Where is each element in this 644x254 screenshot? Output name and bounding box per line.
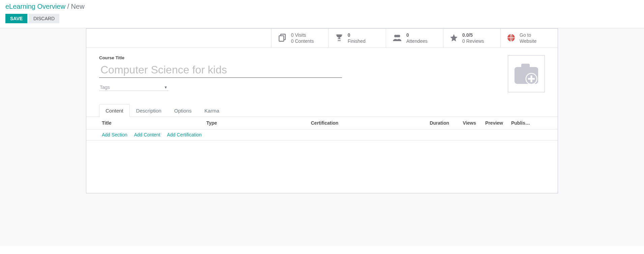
stat-row: 0 Visits 0 Contents 0 Finished 0 bbox=[86, 29, 558, 48]
col-certification[interactable]: Certification bbox=[311, 120, 415, 126]
star-icon bbox=[449, 33, 458, 43]
col-published[interactable]: Publis… bbox=[503, 120, 530, 126]
stat-attendees-line1: 0 bbox=[406, 32, 428, 38]
add-certification-link[interactable]: Add Certification bbox=[167, 132, 202, 137]
tab-content[interactable]: Content bbox=[99, 104, 130, 117]
form-sheet: 0 Visits 0 Contents 0 Finished 0 bbox=[86, 28, 558, 193]
breadcrumb-current: New bbox=[71, 3, 85, 10]
stat-visits-line2: 0 Contents bbox=[291, 38, 314, 44]
stat-attendees-line2: Attendees bbox=[406, 38, 428, 44]
globe-icon bbox=[507, 33, 516, 43]
stat-finished-line2: Finished bbox=[348, 38, 365, 44]
stat-finished[interactable]: 0 Finished bbox=[328, 29, 386, 47]
stat-visits[interactable]: 0 Visits 0 Contents bbox=[271, 29, 328, 47]
stat-visits-line1: 0 Visits bbox=[291, 32, 314, 38]
save-button[interactable]: SAVE bbox=[5, 14, 27, 23]
breadcrumb: eLearning Overview / New bbox=[5, 3, 639, 10]
tabs: Content Description Options Karma bbox=[86, 104, 558, 117]
col-preview[interactable]: Preview bbox=[476, 120, 503, 126]
stat-finished-line1: 0 bbox=[348, 32, 365, 38]
camera-plus-icon bbox=[513, 62, 540, 86]
add-row: Add Section Add Content Add Certificatio… bbox=[86, 129, 558, 140]
col-type[interactable]: Type bbox=[206, 120, 311, 126]
tab-description[interactable]: Description bbox=[130, 104, 168, 117]
stat-attendees[interactable]: 0 Attendees bbox=[386, 29, 443, 47]
tab-karma[interactable]: Karma bbox=[198, 104, 226, 117]
svg-rect-7 bbox=[521, 64, 530, 69]
stat-reviews[interactable]: 0.0/5 0 Reviews bbox=[443, 29, 500, 47]
discard-button[interactable]: DISCARD bbox=[29, 14, 59, 23]
svg-point-4 bbox=[396, 35, 399, 37]
breadcrumb-parent[interactable]: eLearning Overview bbox=[5, 3, 65, 10]
svg-rect-1 bbox=[279, 36, 284, 41]
course-title-input[interactable] bbox=[99, 62, 342, 78]
add-section-link[interactable]: Add Section bbox=[102, 132, 127, 137]
stat-reviews-line2: 0 Reviews bbox=[462, 38, 484, 44]
chevron-down-icon: ▼ bbox=[164, 85, 168, 89]
table-header: Title Type Certification Duration Views … bbox=[86, 117, 558, 129]
stat-goto-line2: Website bbox=[520, 38, 536, 44]
tags-field[interactable]: Tags ▼ bbox=[99, 84, 168, 91]
users-icon bbox=[392, 33, 402, 43]
trophy-icon bbox=[335, 33, 344, 43]
stat-goto-website[interactable]: Go to Website bbox=[500, 29, 558, 47]
add-content-link[interactable]: Add Content bbox=[134, 132, 160, 137]
copy-icon bbox=[277, 33, 287, 43]
tab-options[interactable]: Options bbox=[168, 104, 198, 117]
course-title-label: Course Title bbox=[99, 55, 545, 60]
stat-goto-line1: Go to bbox=[520, 32, 536, 38]
col-title[interactable]: Title bbox=[102, 120, 206, 126]
breadcrumb-separator: / bbox=[67, 3, 69, 10]
tags-placeholder: Tags bbox=[100, 85, 110, 90]
svg-rect-11 bbox=[528, 78, 535, 80]
image-upload[interactable] bbox=[508, 55, 545, 92]
col-duration[interactable]: Duration bbox=[415, 120, 452, 126]
col-views[interactable]: Views bbox=[452, 120, 476, 126]
stat-reviews-line1: 0.0/5 bbox=[462, 32, 484, 38]
